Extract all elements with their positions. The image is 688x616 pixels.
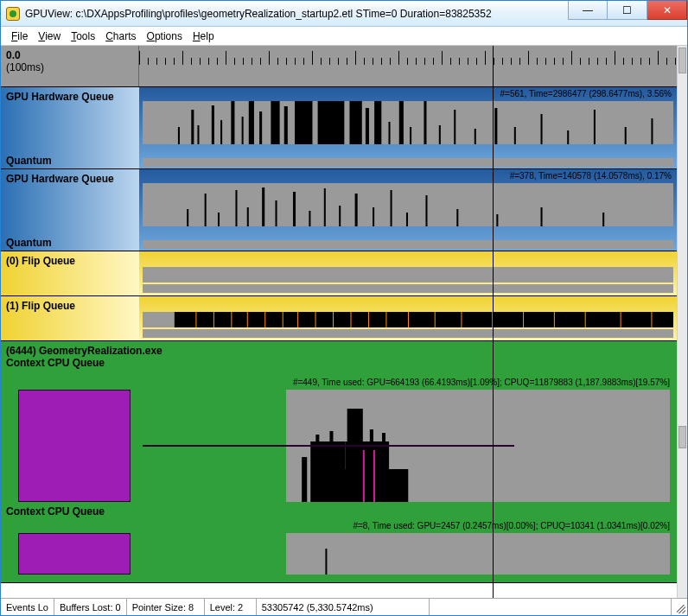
- svg-rect-8: [249, 101, 254, 144]
- svg-rect-56: [231, 312, 232, 327]
- svg-rect-32: [187, 209, 188, 226]
- ctx1-baseline: [143, 445, 514, 447]
- status-level: Level: 2: [205, 599, 257, 615]
- svg-rect-25: [514, 127, 516, 144]
- svg-rect-10: [271, 101, 279, 144]
- flip1-subtrack[interactable]: [143, 329, 673, 338]
- flip0-subtrack[interactable]: [143, 284, 673, 293]
- flip1-track-area[interactable]: Flips = 243: [139, 296, 677, 340]
- svg-rect-63: [350, 312, 351, 327]
- gpu-hw-queue-2[interactable]: GPU Hardware Queue #=378, Time=140578 (1…: [1, 169, 677, 251]
- svg-rect-60: [297, 312, 298, 327]
- proc-header: (6444) GeometryRealization.exe Context C…: [1, 341, 677, 372]
- menu-help[interactable]: Help: [189, 29, 218, 44]
- menu-tools[interactable]: Tools: [67, 29, 99, 44]
- gpu1-quantum-label: Quantum: [6, 155, 52, 167]
- svg-rect-62: [333, 312, 334, 327]
- svg-rect-39: [293, 192, 296, 226]
- svg-rect-29: [625, 127, 627, 144]
- gpu2-track-area[interactable]: #=378, Time=140578 (14.0578ms), 0.17%: [139, 169, 677, 251]
- flip-queue-1[interactable]: (1) Flip Queue Flips = 243: [1, 296, 677, 341]
- time-ruler[interactable]: 0.0 (100ms): [1, 46, 677, 87]
- ctx2-track[interactable]: [286, 533, 670, 575]
- scroll-thumb-top[interactable]: [678, 48, 686, 73]
- svg-rect-19: [410, 127, 411, 144]
- svg-rect-61: [315, 312, 316, 327]
- svg-rect-37: [262, 187, 264, 226]
- flip1-track[interactable]: [143, 312, 673, 327]
- status-time: 53305742 (5,330.5742ms): [257, 599, 430, 615]
- svg-rect-44: [373, 207, 374, 226]
- scroll-thumb-mid[interactable]: [678, 426, 686, 448]
- ruler-label-cell: 0.0 (100ms): [1, 46, 139, 86]
- close-button[interactable]: ✕: [647, 1, 687, 20]
- flip-queue-0[interactable]: (0) Flip Queue Flips = 68: [1, 251, 677, 296]
- svg-rect-51: [602, 213, 604, 226]
- resize-grip[interactable]: [672, 599, 687, 615]
- content-area: 0.0 (100ms) GPU Hardware Queue #=561, Ti…: [1, 46, 687, 598]
- svg-rect-24: [494, 108, 497, 144]
- svg-rect-43: [355, 194, 358, 226]
- playhead-cursor[interactable]: [493, 46, 494, 598]
- svg-rect-12: [295, 101, 312, 144]
- svg-rect-26: [541, 114, 543, 144]
- flip0-track-area[interactable]: Flips = 68: [139, 251, 677, 295]
- svg-rect-85: [363, 450, 365, 502]
- svg-rect-87: [286, 533, 670, 575]
- titlebar[interactable]: GPUView: c:\DXAppsProfiling\profiles\geo…: [1, 1, 687, 27]
- menu-charts[interactable]: Charts: [102, 29, 139, 44]
- status-events: Events Lo: [1, 599, 54, 615]
- ruler-ticks-area[interactable]: [139, 46, 677, 86]
- flip1-label-cell: (1) Flip Queue: [1, 296, 139, 340]
- ruler-time: 0.0: [6, 49, 133, 61]
- svg-rect-72: [585, 312, 586, 327]
- app-window: GPUView: c:\DXAppsProfiling\profiles\geo…: [0, 0, 688, 616]
- tracks-panel[interactable]: 0.0 (100ms) GPU Hardware Queue #=561, Ti…: [1, 46, 677, 598]
- menu-view[interactable]: View: [35, 29, 64, 44]
- svg-rect-48: [456, 209, 458, 226]
- svg-rect-57: [247, 312, 248, 327]
- svg-rect-38: [276, 200, 277, 226]
- statusbar: Events Lo Buffers Lost: 0 Pointer Size: …: [1, 598, 687, 615]
- menubar: File View Tools Charts Options Help: [1, 27, 687, 46]
- svg-rect-9: [259, 111, 262, 144]
- process-lane[interactable]: (6444) GeometryRealization.exe Context C…: [1, 341, 677, 583]
- ctx2-thumb[interactable]: [18, 533, 131, 575]
- svg-rect-73: [621, 312, 621, 327]
- svg-rect-83: [370, 429, 373, 452]
- minimize-button[interactable]: —: [568, 1, 608, 20]
- gpu1-quantum-bar[interactable]: [143, 158, 673, 167]
- gpu1-track[interactable]: [143, 101, 673, 144]
- ctx1-thumb[interactable]: [18, 390, 131, 502]
- menu-options[interactable]: Options: [143, 29, 186, 44]
- window-buttons: — ☐ ✕: [568, 1, 687, 26]
- flip0-label: (0) Flip Queue: [6, 255, 134, 267]
- svg-rect-27: [567, 130, 569, 144]
- menu-file[interactable]: File: [8, 29, 31, 44]
- svg-rect-45: [391, 190, 392, 226]
- svg-rect-20: [424, 101, 426, 144]
- svg-rect-15: [366, 108, 369, 144]
- gpu-hw-queue-1[interactable]: GPU Hardware Queue #=561, Time=2986477 (…: [1, 87, 677, 169]
- svg-rect-49: [496, 214, 498, 226]
- gpu2-quantum-label: Quantum: [6, 237, 52, 249]
- flip1-label: (1) Flip Queue: [6, 300, 134, 312]
- gpu1-track-area[interactable]: #=561, Time=2986477 (298.6477ms), 3.56%: [139, 87, 677, 168]
- svg-rect-18: [399, 101, 404, 144]
- svg-rect-41: [324, 188, 326, 226]
- ruler-ticks: [139, 51, 677, 77]
- svg-rect-88: [325, 549, 327, 575]
- svg-rect-76: [302, 457, 307, 502]
- gpu2-track[interactable]: [143, 183, 673, 226]
- svg-rect-81: [315, 435, 319, 452]
- maximize-button[interactable]: ☐: [608, 1, 647, 20]
- gpu1-stats: #=561, Time=2986477 (298.6477ms), 3.56%: [500, 89, 672, 98]
- flip0-track[interactable]: [143, 267, 673, 283]
- gpu2-quantum-bar[interactable]: [143, 240, 673, 249]
- svg-rect-80: [312, 469, 408, 502]
- ctx1-stats: #=449, Time used: GPU=664193 (66.4193ms)…: [293, 378, 670, 387]
- svg-rect-23: [475, 129, 476, 144]
- ctx2-label: Context CPU Queue: [6, 505, 105, 518]
- vertical-scrollbar[interactable]: [677, 46, 687, 598]
- svg-rect-14: [349, 101, 361, 144]
